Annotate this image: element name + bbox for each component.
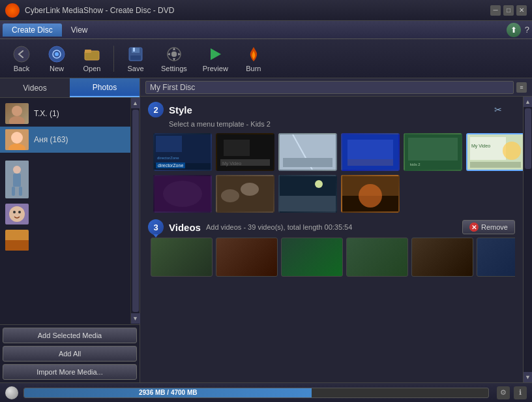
left-panel-scrollbar[interactable]: ▲ ▼ (130, 98, 140, 324)
help-button[interactable]: ? (525, 25, 529, 35)
svg-rect-21 (13, 174, 21, 187)
svg-text:directorZone: directorZone (157, 156, 179, 160)
open-button[interactable]: Open (76, 41, 108, 76)
style-thumbnail[interactable] (341, 175, 400, 213)
svg-point-0 (14, 46, 29, 62)
right-panel: ≡ 2 Style ✂ Select a menu template - Kid… (140, 78, 532, 382)
back-button[interactable]: Back (5, 41, 38, 76)
scroll-down-arrow[interactable]: ▼ (524, 372, 533, 382)
settings-icon (165, 45, 183, 63)
videos-section-header: 3 Videos Add videos - 39 video(s), total… (148, 219, 515, 235)
svg-point-20 (13, 166, 21, 174)
list-item[interactable]: T.X. (1) (0, 100, 140, 127)
add-all-button[interactable]: Add All (3, 346, 137, 362)
save-button[interactable]: Save (119, 41, 152, 76)
new-button[interactable]: New (40, 41, 73, 76)
svg-rect-42 (347, 140, 393, 159)
svg-rect-45 (408, 138, 458, 161)
svg-text:My Video: My Video (471, 144, 490, 149)
menubar: Create Disc View ⬆ ? (0, 21, 532, 39)
svg-point-53 (163, 181, 202, 207)
svg-rect-76 (477, 276, 515, 277)
svg-marker-13 (211, 48, 221, 60)
list-item[interactable] (0, 201, 140, 227)
close-button[interactable]: ✕ (516, 5, 527, 16)
style-thumbnail-selected[interactable]: My Video (466, 133, 525, 171)
media-list: T.X. (1) Аня (163) (0, 98, 140, 324)
style-row (153, 175, 515, 213)
add-selected-media-button[interactable]: Add Selected Media (3, 328, 137, 343)
video-thumbnail[interactable] (151, 238, 213, 277)
media-item-label: Аня (163) (34, 135, 68, 144)
app-logo (5, 3, 20, 18)
svg-rect-5 (85, 50, 91, 53)
disc-title-button[interactable]: ≡ (516, 82, 527, 93)
scroll-down-arrow[interactable]: ▼ (131, 313, 140, 324)
settings-status-icon[interactable]: ⚙ (497, 386, 510, 399)
style-row: directorZone directorZone My Video kids … (153, 133, 515, 171)
titlebar: CyberLink MediaShow - Create Disc - DVD … (0, 0, 532, 21)
svg-rect-43 (347, 159, 393, 166)
toolbar-separator-1 (113, 46, 114, 72)
video-thumbnail[interactable] (346, 238, 408, 277)
minimize-button[interactable]: ─ (490, 5, 501, 16)
style-thumbnail[interactable] (278, 175, 337, 213)
tab-photos[interactable]: Photos (70, 78, 140, 97)
svg-text:My Video: My Video (222, 161, 241, 166)
scissors-icon[interactable]: ✂ (494, 104, 502, 115)
svg-rect-9 (130, 55, 141, 60)
style-thumbnail[interactable] (341, 133, 400, 171)
style-thumbnail[interactable] (216, 175, 274, 213)
video-thumbnail[interactable] (216, 238, 278, 277)
scroll-up-arrow[interactable]: ▲ (524, 97, 533, 107)
panel-buttons: Add Selected Media Add All Import More M… (0, 324, 140, 382)
style-thumbnail[interactable] (278, 133, 337, 171)
video-thumbnail[interactable] (411, 238, 473, 277)
navigate-icon[interactable]: ⬆ (507, 23, 521, 37)
settings-button[interactable]: Settings (155, 41, 194, 76)
disc-icon (5, 386, 18, 399)
right-panel-scrollbar[interactable]: ▲ ▼ (523, 97, 532, 382)
left-panel: Videos Photos T.X. (1) Аня (163) (0, 78, 140, 382)
svg-rect-58 (280, 196, 336, 211)
svg-rect-51 (470, 162, 521, 168)
svg-rect-29 (5, 240, 29, 251)
menubar-right-icons: ⬆ ? (507, 23, 529, 37)
list-item[interactable]: Аня (163) (0, 127, 140, 153)
video-thumbnail[interactable] (477, 238, 515, 277)
video-thumbnail[interactable] (281, 238, 343, 277)
storage-bar-fill: 2936 MB / 4700 MB (24, 388, 312, 397)
svg-point-56 (241, 183, 259, 196)
burn-button[interactable]: Burn (237, 41, 270, 76)
list-item[interactable] (0, 227, 140, 253)
scroll-thumb[interactable] (132, 110, 139, 312)
tab-videos[interactable]: Videos (0, 78, 70, 97)
window-controls: ─ □ ✕ (490, 5, 527, 16)
disc-title-input[interactable] (145, 81, 514, 94)
menu-tab-create-disc[interactable]: Create Disc (3, 23, 62, 37)
maximize-button[interactable]: □ (503, 5, 514, 16)
svg-point-55 (221, 189, 239, 202)
style-thumbnail[interactable] (153, 175, 212, 213)
import-more-media-button[interactable]: Import More Media... (3, 364, 137, 380)
style-thumbnail[interactable]: My Video (216, 133, 274, 171)
videos-section-title: Videos (169, 222, 201, 233)
video-strip (151, 238, 515, 277)
videos-section-number: 3 (148, 219, 164, 235)
scroll-thumb[interactable] (525, 108, 531, 169)
preview-button[interactable]: Preview (196, 41, 235, 76)
info-status-icon[interactable]: ℹ (514, 386, 527, 399)
svg-point-15 (9, 116, 25, 124)
dz-label: directorZone (156, 162, 185, 168)
svg-point-3 (55, 52, 59, 56)
scroll-up-arrow[interactable]: ▲ (131, 98, 140, 108)
list-item[interactable] (0, 158, 140, 201)
svg-point-62 (359, 184, 382, 208)
remove-button[interactable]: ✕ Remove (462, 220, 515, 234)
style-section-number: 2 (148, 102, 164, 117)
style-thumbnail[interactable]: directorZone directorZone (153, 133, 212, 171)
style-thumbnail[interactable]: kids 2 (404, 133, 462, 171)
svg-rect-63 (151, 276, 213, 277)
menu-tab-view[interactable]: View (62, 23, 97, 37)
style-section: 2 Style ✂ Select a menu template - Kids … (140, 97, 523, 215)
